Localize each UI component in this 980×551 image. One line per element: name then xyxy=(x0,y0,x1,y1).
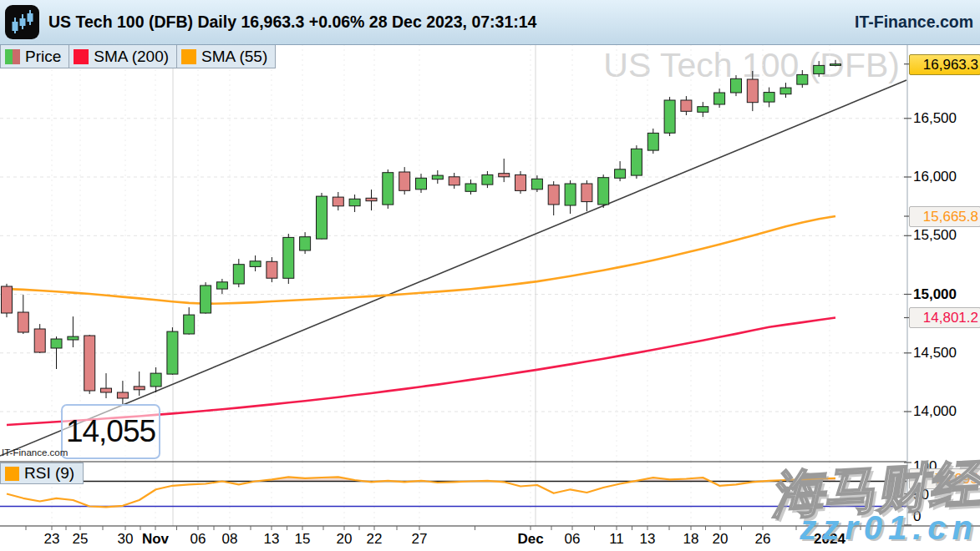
time-tick-label: 06 xyxy=(190,531,206,548)
sma200-swatch-icon xyxy=(74,49,89,64)
sma55-swatch-icon xyxy=(181,49,196,64)
time-tick-label: 18 xyxy=(683,531,699,548)
main-legend: Price SMA (200) SMA (55) xyxy=(0,44,275,68)
time-tick-label: 30 xyxy=(118,531,134,548)
legend-sma200-label: SMA (200) xyxy=(94,48,169,66)
time-tick-label: 27 xyxy=(412,531,428,548)
price-tick-label: 15,500 xyxy=(913,227,957,244)
time-tick-label: 23 xyxy=(44,531,60,548)
legend-sma55-label: SMA (55) xyxy=(201,48,267,66)
chart-window: US Tech 100 (DFB) Daily 16,963.3 +0.06% … xyxy=(0,0,980,551)
sma55-value-tag[interactable]: 15,665.8 xyxy=(909,206,980,227)
legend-price-label: Price xyxy=(25,48,61,66)
rsi-legend[interactable]: RSI (9) xyxy=(0,463,84,484)
time-tick-label: Nov xyxy=(142,531,169,548)
time-tick-label: 20 xyxy=(713,531,729,548)
price-chart-panel[interactable] xyxy=(0,44,906,462)
brand-link[interactable]: IT-Finance.com xyxy=(855,0,973,44)
price-tick-label: 14,000 xyxy=(913,403,957,420)
time-tick-label: 08 xyxy=(222,531,238,548)
price-swatch-icon xyxy=(5,49,20,64)
time-tick-label: 06 xyxy=(565,531,581,548)
price-tick-label: 16,500 xyxy=(913,110,957,127)
time-tick-label: 25 xyxy=(73,531,89,548)
header-bar: US Tech 100 (DFB) Daily 16,963.3 +0.06% … xyxy=(0,0,980,45)
legend-sma200[interactable]: SMA (200) xyxy=(69,44,177,68)
app-logo-candlestick-icon[interactable] xyxy=(5,5,39,39)
sma200-value-tag[interactable]: 14,801.2 xyxy=(909,307,980,328)
current-price-tag[interactable]: 16,963.3 xyxy=(909,54,980,75)
time-tick-label: 15 xyxy=(295,531,311,548)
time-tick-label: 26 xyxy=(755,531,771,548)
chart-watermark: US Tech 100 (DFB) xyxy=(603,46,900,85)
time-tick-label: 20 xyxy=(337,531,353,548)
time-tick-label: Dec xyxy=(517,531,543,548)
time-tick-label: 13 xyxy=(640,531,656,548)
legend-price[interactable]: Price xyxy=(0,44,69,68)
chart-title: US Tech 100 (DFB) Daily 16,963.3 +0.06% … xyxy=(48,0,536,44)
time-tick-label: 11 xyxy=(609,531,624,548)
rsi-swatch-icon xyxy=(5,467,19,481)
rsi-panel[interactable] xyxy=(0,462,906,526)
time-tick-label: 13 xyxy=(264,531,280,548)
chart-footer-brand: IT-Finance.com xyxy=(2,447,68,457)
price-tick-label: 15,000 xyxy=(913,286,957,303)
price-tick-label: 14,500 xyxy=(913,345,957,361)
watermark-site-url: zzr01.cn xyxy=(800,509,978,547)
legend-sma55[interactable]: SMA (55) xyxy=(176,44,276,68)
price-annotation-box[interactable]: 14,055 xyxy=(61,404,160,459)
time-tick-label: 22 xyxy=(367,531,383,548)
annotation-value: 14,055 xyxy=(66,414,155,449)
rsi-legend-label: RSI (9) xyxy=(24,464,74,483)
price-tick-label: 16,000 xyxy=(913,169,957,185)
